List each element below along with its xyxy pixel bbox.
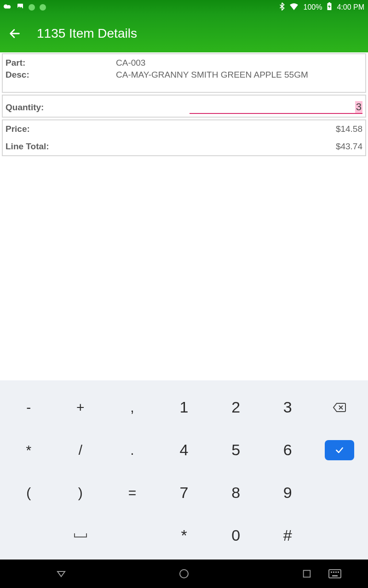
key-empty <box>106 514 158 557</box>
quantity-input-wrap[interactable]: 3 <box>190 101 362 114</box>
quantity-label: Quantity: <box>6 102 190 113</box>
svg-point-3 <box>180 570 188 578</box>
key-empty <box>3 514 55 557</box>
key-7[interactable]: 7 <box>158 471 210 514</box>
pricing-card: Price: $14.58 Line Total: $43.74 <box>2 119 366 156</box>
desc-value: CA-MAY-GRANNY SMITH GREEN APPLE 55GM <box>116 70 362 80</box>
triangle-down-icon <box>56 568 67 579</box>
key-asterisk2[interactable]: * <box>158 514 210 557</box>
circle-icon <box>178 568 190 579</box>
key-3[interactable]: 3 <box>262 386 314 429</box>
line-total-row: Line Total: $43.74 <box>6 141 362 153</box>
part-row: Part: CA-003 <box>6 57 362 69</box>
part-value: CA-003 <box>116 58 362 68</box>
key-0[interactable]: 0 <box>210 514 262 557</box>
image-icon <box>17 3 24 12</box>
nav-keyboard-switch-button[interactable] <box>307 569 362 578</box>
arrow-left-icon <box>8 27 21 40</box>
desc-label: Desc: <box>6 70 116 80</box>
part-label: Part: <box>6 58 116 68</box>
svg-rect-2 <box>329 2 331 4</box>
space-icon <box>74 532 87 539</box>
price-label: Price: <box>6 124 116 134</box>
desc-row: Desc: CA-MAY-GRANNY SMITH GREEN APPLE 55… <box>6 69 362 81</box>
svg-rect-6 <box>331 571 332 573</box>
check-icon <box>334 446 345 455</box>
key-6[interactable]: 6 <box>262 429 314 471</box>
svg-rect-5 <box>329 570 341 578</box>
svg-rect-9 <box>338 571 339 573</box>
key-minus[interactable]: - <box>3 386 55 429</box>
key-1[interactable]: 1 <box>158 386 210 429</box>
nav-back-button[interactable] <box>34 568 89 579</box>
key-plus[interactable]: + <box>55 386 107 429</box>
notif-dot-icon <box>29 4 35 11</box>
key-asterisk[interactable]: * <box>3 429 55 471</box>
cloud-icon <box>4 3 12 12</box>
soft-keyboard: - + , 1 2 3 * / . 4 5 6 ( ) = <box>0 380 368 560</box>
back-button[interactable] <box>4 23 26 45</box>
quantity-card: Quantity: 3 <box>2 95 366 118</box>
app-bar: 1135 Item Details <box>0 15 368 52</box>
battery-charging-icon <box>327 2 332 12</box>
bluetooth-icon <box>279 2 285 12</box>
key-5[interactable]: 5 <box>210 429 262 471</box>
key-9[interactable]: 9 <box>262 471 314 514</box>
price-row: Price: $14.58 <box>6 123 362 135</box>
key-2[interactable]: 2 <box>210 386 262 429</box>
key-space[interactable] <box>55 514 107 557</box>
key-comma[interactable]: , <box>106 386 158 429</box>
notif-dot-icon <box>40 4 46 11</box>
status-left-icons <box>4 3 46 12</box>
key-empty <box>313 514 365 557</box>
key-equals[interactable]: = <box>106 471 158 514</box>
battery-percent: 100% <box>303 3 322 11</box>
svg-rect-7 <box>333 571 334 573</box>
key-enter[interactable] <box>313 429 365 471</box>
backspace-icon <box>333 402 346 413</box>
wifi-icon <box>289 3 299 12</box>
key-slash[interactable]: / <box>55 429 107 471</box>
clock-time: 4:00 PM <box>337 3 364 11</box>
key-4[interactable]: 4 <box>158 429 210 471</box>
system-navigation-bar <box>0 560 368 588</box>
item-info-card: Part: CA-003 Desc: CA-MAY-GRANNY SMITH G… <box>2 53 366 93</box>
key-rparen[interactable]: ) <box>55 471 107 514</box>
key-8[interactable]: 8 <box>210 471 262 514</box>
svg-rect-8 <box>335 571 337 573</box>
nav-home-button[interactable] <box>156 568 212 579</box>
status-bar: 100% 4:00 PM <box>0 0 368 15</box>
quantity-input[interactable]: 3 <box>355 101 362 113</box>
status-right-icons: 100% 4:00 PM <box>279 2 364 12</box>
price-value: $14.58 <box>116 124 362 134</box>
page-title: 1135 Item Details <box>37 26 137 41</box>
keyboard-icon <box>328 569 341 578</box>
key-hash[interactable]: # <box>262 514 314 557</box>
key-period[interactable]: . <box>106 429 158 471</box>
line-total-value: $43.74 <box>116 141 362 152</box>
key-empty <box>313 471 365 514</box>
svg-rect-10 <box>332 575 338 577</box>
key-backspace[interactable] <box>313 386 365 429</box>
line-total-label: Line Total: <box>6 141 116 152</box>
key-lparen[interactable]: ( <box>3 471 55 514</box>
